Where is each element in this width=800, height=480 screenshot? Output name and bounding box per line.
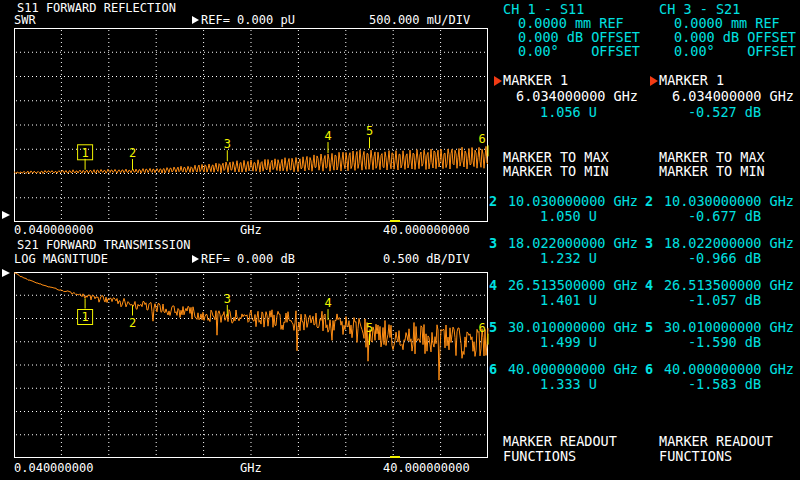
- menu-item-marker-to-min[interactable]: MARKER TO MIN: [503, 165, 609, 178]
- marker-value: -0.677 dB: [651, 210, 798, 223]
- marker-number-label: 2: [129, 316, 136, 330]
- marker-value: 1.499 U: [495, 336, 642, 349]
- marker-frequency: 10.030000000 GHz: [664, 195, 794, 208]
- marker-frequency: 40.000000000 GHz: [508, 363, 638, 376]
- offset-deg-readout: 0.00° OFFSET: [674, 45, 796, 58]
- marker-value: 1.401 U: [495, 294, 642, 307]
- ch1-ref-value: REF= 0.000 pU: [201, 14, 295, 26]
- ch1-stop-freq: 40.000000000: [383, 224, 470, 236]
- marker-frequency: 10.030000000 GHz: [508, 195, 638, 208]
- ref-position-arrow-icon: [2, 211, 10, 219]
- marker-value: -1.583 dB: [651, 378, 798, 391]
- menu-item-marker-readout-functions-2[interactable]: FUNCTIONS: [659, 450, 732, 463]
- trace-marker-2: 2: [129, 305, 136, 330]
- marker1-label: MARKER 1: [659, 74, 724, 87]
- trace-marker-5: 5: [366, 124, 373, 148]
- trace-marker-3: 3: [224, 137, 231, 161]
- stop-label-underline: [390, 456, 400, 458]
- plot-s21-log-mag: 123456: [2, 269, 488, 458]
- ref-arrow-icon: [192, 16, 199, 24]
- active-marker-arrow-icon: [494, 76, 502, 86]
- graticule: [15, 29, 488, 222]
- marker-number-label: 3: [224, 292, 231, 306]
- ch1-format: SWR: [14, 14, 36, 26]
- marker-frequency: 30.010000000 GHz: [508, 321, 638, 334]
- ch3-title: S21 FORWARD TRANSMISSION: [17, 239, 190, 251]
- ch3-format: LOG MAGNITUDE: [14, 253, 108, 265]
- marker-frequency: 30.010000000 GHz: [664, 321, 794, 334]
- marker-number: 6: [645, 363, 653, 376]
- trace-marker-1: 1: [78, 299, 93, 325]
- marker-number: 5: [489, 321, 497, 334]
- marker-frequency: 40.000000000 GHz: [664, 363, 794, 376]
- menu-item-marker-to-min[interactable]: MARKER TO MIN: [659, 165, 765, 178]
- ch3-start-freq: 0.040000000: [14, 462, 93, 474]
- ref-arrow-icon: [192, 255, 199, 263]
- marker-frequency: 26.513500000 GHz: [664, 279, 794, 292]
- marker-value: -0.966 dB: [651, 252, 798, 265]
- ch3-scale: 0.500 dB/DIV: [383, 253, 470, 265]
- marker-frequency: 18.022000000 GHz: [508, 237, 638, 250]
- ch3-ref-value: REF= 0.000 dB: [201, 253, 295, 265]
- marker-number-label: 3: [224, 137, 231, 151]
- marker1-value: 1.056 U: [495, 106, 642, 119]
- marker-number-label: 6: [478, 321, 485, 335]
- marker-number-label: 4: [324, 296, 331, 310]
- ch3-freq-unit: GHz: [240, 462, 262, 474]
- marker1-frequency: 6.034000000 GHz: [672, 90, 794, 103]
- marker-number: 4: [645, 279, 653, 292]
- marker-number: 4: [489, 279, 497, 292]
- marker-value: 1.050 U: [495, 210, 642, 223]
- ch3-stop-freq: 40.000000000: [383, 462, 470, 474]
- ref-position-arrow-icon: [2, 269, 10, 277]
- marker-frequency: 18.022000000 GHz: [664, 237, 794, 250]
- active-marker-arrow-icon: [650, 76, 658, 86]
- readout-column-ch3: CH 3 - S21 0.0000 mm REF 0.000 dB OFFSET…: [643, 0, 799, 480]
- trace-marker-4: 4: [324, 129, 331, 153]
- marker-number-label: 6: [478, 132, 485, 146]
- marker-number: 3: [489, 237, 497, 250]
- menu-item-marker-readout-functions-2[interactable]: FUNCTIONS: [503, 450, 576, 463]
- marker-value: -1.590 dB: [651, 336, 798, 349]
- marker1-label: MARKER 1: [503, 74, 568, 87]
- marker-number: 6: [489, 363, 497, 376]
- vna-screen: { "colors": { "bg":"#000000", "white":"#…: [0, 0, 800, 480]
- marker-number-label: 5: [366, 321, 373, 335]
- marker-number: 5: [645, 321, 653, 334]
- menu-item-marker-readout-functions[interactable]: MARKER READOUT: [659, 435, 773, 448]
- marker-number-label: 1: [81, 146, 88, 160]
- ch1-scale: 500.000 mU/DIV: [369, 14, 470, 26]
- marker-number: 2: [645, 195, 653, 208]
- marker-number-label: 4: [324, 129, 331, 143]
- marker-value: -1.057 dB: [651, 294, 798, 307]
- marker-number: 3: [645, 237, 653, 250]
- marker1-frequency: 6.034000000 GHz: [516, 90, 638, 103]
- marker-number-label: 2: [129, 146, 136, 160]
- marker-number-label: 1: [81, 310, 88, 324]
- marker-frequency: 26.513500000 GHz: [508, 279, 638, 292]
- offset-deg-readout: 0.00° OFFSET: [518, 45, 640, 58]
- ch1-start-freq: 0.040000000: [14, 224, 93, 236]
- marker-value: 1.232 U: [495, 252, 642, 265]
- ch1-title: S11 FORWARD REFLECTION: [17, 2, 176, 14]
- trace-marker-1: 1: [78, 145, 93, 170]
- ch1-freq-unit: GHz: [240, 224, 262, 236]
- marker-number-label: 5: [366, 124, 373, 138]
- readout-column-ch1: CH 1 - S11 0.0000 mm REF 0.000 dB OFFSET…: [487, 0, 643, 480]
- trace-marker-2: 2: [129, 146, 136, 170]
- marker-value: 1.333 U: [495, 378, 642, 391]
- marker1-value: -0.527 dB: [651, 106, 798, 119]
- plot-s11-swr: 123456: [2, 29, 488, 223]
- menu-item-marker-readout-functions[interactable]: MARKER READOUT: [503, 435, 617, 448]
- stop-label-underline: [390, 220, 400, 222]
- marker-number: 2: [489, 195, 497, 208]
